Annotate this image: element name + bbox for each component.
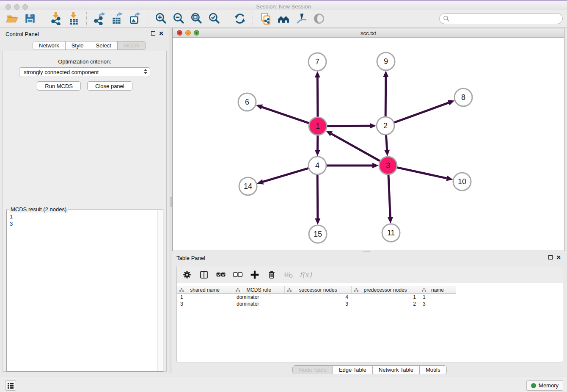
table-panel-title: Table Panel — [176, 255, 205, 261]
edge-3-11[interactable] — [388, 175, 390, 217]
table-panel-header: Table Panel ✕ — [172, 252, 567, 265]
edge-arrowhead — [315, 71, 320, 77]
memory-label: Memory — [539, 382, 559, 389]
search-icon — [443, 15, 450, 22]
column-type-icon — [236, 288, 240, 292]
column-header-predecessor-nodes[interactable]: predecessor nodes — [352, 286, 419, 294]
edge-4-15[interactable] — [317, 175, 318, 218]
column-header-successor-nodes[interactable]: successor nodes — [285, 286, 352, 294]
show-hide-icon[interactable] — [312, 11, 326, 26]
table-cell[interactable]: 3 — [177, 301, 233, 307]
float-panel-icon[interactable] — [151, 31, 155, 36]
edge-4-14[interactable] — [263, 168, 308, 182]
import-network-icon[interactable] — [49, 11, 63, 26]
search-box — [439, 13, 563, 24]
toolbar-separator — [253, 12, 253, 25]
mcds-result-list[interactable]: 13 — [7, 212, 157, 371]
tab-style[interactable]: Style — [66, 41, 90, 50]
edge-2-8[interactable] — [394, 103, 449, 123]
clone-network-icon[interactable] — [259, 11, 273, 26]
network-window-title: scc.txt — [173, 30, 564, 36]
tab-network[interactable]: Network — [33, 41, 66, 50]
dropdown-arrows-icon — [144, 69, 147, 74]
table-cell[interactable]: dominator — [233, 294, 285, 301]
column-header-shared-name[interactable]: shared name — [177, 286, 233, 294]
network-window-titlebar[interactable]: x − + scc.txt — [173, 28, 564, 38]
export-table-icon[interactable] — [110, 11, 124, 26]
tab-select[interactable]: Select — [90, 41, 118, 50]
close-table-panel-icon[interactable]: ✕ — [556, 255, 561, 259]
graph-node-label: 6 — [245, 98, 249, 106]
table-tab-motifs[interactable]: Motifs — [420, 366, 446, 374]
table-tab-node-table[interactable]: Node Table — [293, 366, 333, 374]
criterion-dropdown[interactable]: strongly connected component — [19, 67, 150, 77]
column-header-MCDS-role[interactable]: MCDS role — [233, 286, 285, 294]
first-neighbors-icon[interactable] — [276, 11, 291, 26]
table-tab-network-table[interactable]: Network Table — [373, 366, 420, 374]
run-mcds-button[interactable]: Run MCDS — [37, 81, 81, 91]
function-builder-icon: f(x) — [300, 269, 311, 281]
result-scrollbar[interactable] — [157, 210, 163, 371]
table-cell[interactable]: 3 — [419, 301, 456, 307]
column-header-name[interactable]: name — [419, 286, 456, 294]
task-history-button[interactable] — [5, 380, 16, 391]
edge-2-9[interactable] — [385, 77, 386, 116]
graph-node-label: 9 — [384, 57, 388, 66]
edge-1-6[interactable] — [262, 107, 309, 123]
deselect-all-icon[interactable] — [232, 269, 244, 281]
column-type-icon — [354, 288, 358, 292]
graph-node-label: 15 — [314, 230, 322, 238]
table-cell[interactable]: 2 — [352, 301, 419, 307]
add-row-icon[interactable] — [249, 269, 261, 281]
node-table-frame: f(x) shared nameMCDS rolesuccessor nodes… — [176, 266, 563, 362]
table-toolbar: f(x) — [177, 266, 563, 283]
search-input[interactable] — [450, 14, 562, 23]
table-row[interactable]: 3dominator323 — [177, 301, 563, 307]
table-cell[interactable]: 1 — [419, 294, 456, 301]
graph-node-label: 10 — [458, 177, 466, 186]
close-panel-icon[interactable]: ✕ — [159, 31, 164, 36]
mcds-result-item: 1 — [10, 213, 157, 220]
column-type-icon — [287, 288, 292, 292]
table-cell[interactable]: 1 — [352, 294, 419, 301]
edge-1-2[interactable] — [327, 126, 370, 126]
control-panel-tabs: NetworkStyleSelectMCDS — [33, 41, 146, 50]
open-session-icon[interactable] — [5, 11, 19, 26]
tab-mcds[interactable]: MCDS — [118, 41, 146, 50]
mcds-tab-content: Optimization criterion: strongly connect… — [3, 51, 167, 372]
table-tab-edge-table[interactable]: Edge Table — [333, 366, 373, 374]
table-cell[interactable]: dominator — [233, 301, 285, 307]
export-network-icon[interactable] — [92, 11, 107, 26]
table-cell[interactable]: 4 — [285, 294, 352, 301]
network-graph[interactable]: 7968124314101511 — [173, 38, 564, 251]
save-session-icon[interactable] — [23, 11, 37, 26]
table-cell[interactable]: 3 — [285, 301, 352, 307]
select-all-icon[interactable] — [215, 269, 227, 281]
apply-style-icon[interactable] — [294, 11, 308, 26]
panel-splitter[interactable] — [169, 28, 172, 373]
export-image-icon[interactable] — [128, 11, 142, 26]
edge-3-1[interactable] — [331, 134, 380, 161]
zoom-out-icon[interactable] — [171, 11, 186, 26]
table-row[interactable]: 1dominator411 — [177, 294, 563, 301]
float-table-panel-icon[interactable] — [548, 255, 553, 259]
import-table-icon[interactable] — [66, 11, 81, 26]
edge-3-10[interactable] — [397, 168, 446, 178]
zoom-in-icon[interactable] — [154, 11, 168, 26]
memory-button[interactable]: Memory — [526, 380, 563, 391]
refresh-network-icon[interactable] — [233, 11, 247, 26]
close-panel-button[interactable]: Close panel — [87, 81, 132, 91]
table-panel: Table Panel ✕ — [172, 252, 567, 376]
table-settings-icon[interactable] — [181, 269, 193, 281]
table-cell[interactable]: 1 — [177, 294, 233, 301]
delete-row-icon[interactable] — [266, 269, 278, 281]
show-column-icon[interactable] — [198, 269, 210, 281]
app-title: Session: New Session — [0, 3, 567, 10]
optimization-criterion-label: Optimization criterion: — [3, 58, 166, 65]
delete-table-icon — [283, 269, 295, 281]
edge-2-3[interactable] — [386, 135, 387, 150]
zoom-selected-icon[interactable] — [207, 11, 221, 26]
zoom-fit-icon[interactable] — [189, 11, 204, 26]
edge-1-7[interactable] — [317, 77, 318, 117]
network-canvas[interactable]: 7968124314101511 — [173, 38, 564, 251]
